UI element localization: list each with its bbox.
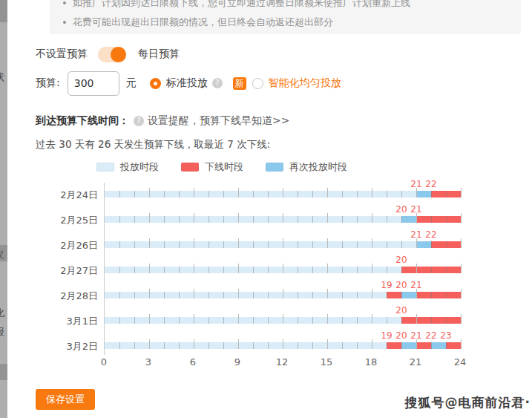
hour-tick [372, 339, 372, 349]
hour-tick [342, 267, 343, 273]
hour-tick [372, 264, 372, 273]
hour-tick [179, 241, 180, 248]
hour-tick [149, 213, 150, 223]
hour-tick [164, 267, 165, 273]
help-icon[interactable]: ? [212, 78, 223, 88]
hour-tick [283, 213, 283, 223]
hour-tick [268, 342, 269, 349]
hour-tick [387, 216, 387, 223]
timeline-bar [105, 241, 461, 248]
hour-tick [431, 216, 432, 223]
hour-tick [134, 216, 135, 223]
hour-tick [179, 216, 180, 223]
hour-tick [372, 188, 372, 197]
legend-swatch [266, 163, 283, 172]
legend-item-deliver[interactable]: 投放时段 [96, 160, 159, 174]
hour-tick [238, 339, 239, 349]
hour-tick [238, 289, 239, 298]
legend-item-offline[interactable]: 下线时段 [181, 160, 243, 174]
hour-tick [357, 216, 358, 223]
hour-tick [179, 317, 180, 324]
hour-tick [401, 317, 402, 324]
notice-item: 花费可能出现超出日限额的情况，但日终会自动返还超出部分 [63, 16, 333, 29]
hour-tick [223, 292, 224, 298]
hour-tick [194, 188, 194, 197]
offline-chart: 2月24日21222月25日20212月26日21222月27日202月28日1… [0, 178, 532, 373]
hour-tick [223, 191, 224, 197]
budget-label: 预算: [36, 76, 60, 90]
hour-tick [268, 216, 269, 223]
watermark-text: 搜狐号@电商前沿君· [405, 394, 531, 411]
hour-tick [223, 317, 224, 324]
hour-tick [164, 342, 165, 349]
x-axis-label: 12 [273, 356, 291, 368]
timeline-bar [105, 267, 461, 273]
offline-time-row: 到达预算下线时间： ? 设置提醒，预算下线早知道>> [36, 114, 289, 128]
hour-tick [461, 339, 462, 349]
hour-tick [179, 292, 180, 298]
hour-tick [461, 289, 462, 298]
hour-tick [357, 317, 358, 324]
new-badge: 新 [233, 77, 246, 90]
hour-tick [268, 292, 269, 298]
hour-tick [431, 292, 432, 298]
no-budget-label: 不设置预算 [36, 48, 88, 61]
x-axis-label: 21 [407, 356, 424, 368]
set-reminder-link[interactable]: 设置提醒，预算下线早知道>> [148, 114, 289, 128]
row-date-label: 2月26日 [0, 239, 98, 252]
hour-tick [461, 188, 462, 197]
hour-tick [401, 241, 402, 248]
hour-tick [327, 213, 328, 223]
notice-item: 如推广计划因到达日限额下线，您可立即通过调整日限额来使推广计划重新上线 [63, 0, 410, 10]
hour-tick [164, 216, 165, 223]
hour-tick [164, 191, 165, 197]
segment-offline [387, 342, 401, 349]
hour-tick [431, 241, 432, 248]
segment-offline [416, 216, 461, 223]
segment-redeliver [416, 241, 431, 248]
hour-tick [461, 238, 462, 248]
hour-tick [253, 241, 254, 248]
offline-hour-label: 23 [437, 330, 455, 341]
budget-unit: 元 [126, 76, 137, 90]
hour-tick [149, 314, 150, 324]
offline-hour-label: 20 [393, 255, 410, 265]
hour-tick [372, 213, 372, 223]
x-axis-label: 3 [139, 356, 157, 368]
budget-toggle[interactable] [98, 47, 126, 62]
save-settings-button[interactable]: 保存设置 [36, 389, 95, 410]
radio-standard-delivery[interactable] [150, 78, 161, 89]
hour-tick [283, 264, 283, 273]
legend-label: 下线时段 [205, 160, 243, 174]
help-icon[interactable]: ? [134, 116, 144, 126]
hour-tick [298, 241, 298, 248]
hour-tick [134, 267, 135, 273]
hour-tick [312, 292, 313, 298]
hour-tick [431, 317, 432, 324]
segment-deliver [105, 292, 387, 298]
hour-tick [179, 267, 180, 273]
hour-tick [253, 342, 254, 349]
hour-tick [401, 191, 402, 197]
hour-tick [208, 216, 209, 223]
hour-tick [387, 241, 387, 248]
row-date-label: 2月24日 [0, 189, 98, 202]
hour-tick [312, 342, 313, 349]
hour-tick [327, 314, 328, 324]
hour-tick [149, 339, 150, 349]
hour-tick [208, 267, 209, 273]
radio-smart-delivery[interactable] [252, 78, 263, 89]
hour-tick [446, 342, 447, 349]
hour-tick [134, 241, 135, 248]
row-date-label: 3月2日 [0, 340, 98, 353]
legend-item-redeliver[interactable]: 再次投放时段 [266, 160, 347, 174]
budget-input[interactable] [68, 71, 119, 96]
hour-tick [208, 342, 209, 349]
hour-tick [253, 292, 254, 298]
hour-tick [357, 241, 358, 248]
hour-tick [208, 241, 209, 248]
hour-tick [283, 339, 283, 349]
notice-item-text: 如推广计划因到达日限额下线，您可立即通过调整日限额来使推广计划重新上线 [73, 0, 410, 10]
segment-deliver [105, 342, 387, 349]
hour-tick [253, 216, 254, 223]
